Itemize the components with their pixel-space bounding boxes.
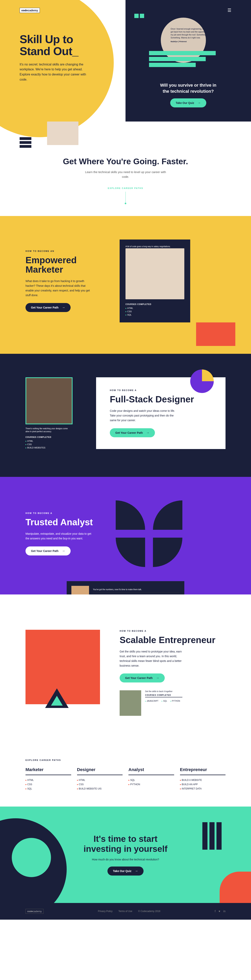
analyst-photo [71, 586, 89, 595]
hero-title: Skill Up to Stand Out_ [19, 33, 106, 57]
red-block-decor [196, 323, 235, 346]
footer-links: Privacy Policy Terms of Use © Codecademy… [98, 910, 160, 913]
brand-logo[interactable]: codecademy [19, 8, 40, 13]
path-item: INTERPRET DATA [180, 786, 226, 791]
arrow-right-icon: → [146, 431, 149, 434]
dot-decor [125, 203, 126, 204]
path-col-analyst[interactable]: Analyst SQLPYTHON [128, 767, 174, 791]
red-corner-decor [220, 872, 251, 903]
path-item: BUILD WEBSITE UIS [77, 786, 123, 791]
final-title: It's time to start investing in yourself [75, 834, 176, 854]
entrep-mini-caption: Get the skills to back it together [145, 690, 182, 692]
course-item: PYTHON [170, 700, 180, 702]
path-title: Analyst [128, 767, 174, 775]
analyst-eyebrow: HOW TO BECOME A [26, 512, 100, 514]
footer: codecademy Privacy Policy Terms of Use ©… [0, 903, 251, 920]
linkedin-icon[interactable]: in [223, 910, 225, 913]
footer-copyright: © Codecademy 2018 [138, 910, 160, 913]
marketer-caption: A bit of code goes a long way in salary … [126, 245, 184, 248]
triangle-inner-decor [51, 696, 63, 706]
footer-logo[interactable]: codecademy [26, 909, 43, 914]
heart-icon[interactable]: ♥ [219, 910, 220, 913]
hero-bars-decor [19, 137, 31, 149]
entrep-desc: Get the skills you need to prototype you… [120, 649, 186, 668]
designer-panel: HOW TO BECOME A Full-Stack Designer Code… [96, 377, 225, 449]
take-quiz-button[interactable]: Take Our Quiz→ [170, 99, 206, 107]
course-item: HTML [26, 439, 80, 443]
marketer-eyebrow: HOW TO BECOME AN [26, 250, 100, 252]
course-item: SQL [161, 700, 167, 702]
designer-desc: Code your designs and watch your ideas c… [110, 409, 176, 423]
entrep-mini-card: Get the skills to back it together COURS… [120, 690, 225, 716]
path-col-marketer[interactable]: Marketer HTMLCSSSQL [26, 767, 71, 791]
analyst-desc: Manipulate, extrapolate, and visualize y… [26, 531, 92, 541]
course-item: CSS [26, 443, 80, 446]
arrow-right-icon: → [198, 101, 201, 105]
path-col-entrepreneur[interactable]: Entrepreneur BUILD A WEBSITEBUILD AN APP… [180, 767, 226, 791]
marketer-cta-button[interactable]: Get Your Career Path→ [26, 303, 70, 312]
footer-link[interactable]: Privacy Policy [98, 910, 113, 913]
hero-quote-bars [149, 51, 216, 68]
entrep-photo [120, 690, 141, 716]
marketer-photo [126, 248, 184, 299]
path-title: Entrepreneur [180, 767, 226, 775]
analyst-card: You've got the numbers, now it's time to… [67, 581, 184, 595]
hero-cta: Will you survive or thrive in the techni… [126, 82, 251, 107]
footer-social: f ♥ in [215, 910, 225, 913]
getwhere-desc: Learn the technical skills you need to l… [84, 170, 167, 179]
hamburger-icon[interactable]: ☰ [227, 8, 232, 13]
path-title: Marketer [26, 767, 71, 775]
courses-label: COURSES COMPLETED [93, 592, 180, 595]
courses-label: COURSES COMPLETED [145, 694, 182, 697]
analyst-title: Trusted Analyst [26, 517, 100, 527]
marketer-courses: HTML CSS SQL [126, 307, 184, 317]
hero-desc: It's no secret: technical skills are cha… [19, 62, 90, 82]
arrow-right-icon: → [62, 549, 65, 553]
final-desc: How much do you know about the technical… [0, 858, 251, 861]
paths-section: EXPLORE CAREER PATHS Marketer HTMLCSSSQL… [0, 743, 251, 807]
explore-link[interactable]: EXPLORE CAREER PATHS [0, 187, 251, 189]
marketer-desc: What does it take to go from hacking it … [26, 279, 92, 298]
hero-dots [134, 14, 144, 18]
marketer-title: Empowered Marketer [26, 255, 100, 274]
course-item: BUILD WEBSITES [26, 446, 80, 449]
path-item: BUILD AN APP [180, 782, 226, 786]
arrow-right-icon: → [156, 676, 159, 680]
paths-grid: Marketer HTMLCSSSQL Designer HTMLCSSBUIL… [26, 767, 225, 791]
course-item: JAVASCRIPT [145, 700, 158, 702]
pie-chart-decor [190, 369, 214, 393]
designer-courses: HTML CSS BUILD WEBSITES [26, 439, 80, 449]
designer-title: Full-Stack Designer [110, 395, 212, 404]
footer-link[interactable]: Terms of Use [118, 910, 133, 913]
course-item: HTML [126, 307, 184, 310]
hero-cta-head: Will you survive or thrive in the techni… [157, 82, 220, 94]
path-item: SQL [128, 778, 174, 782]
arrow-right-icon: → [62, 306, 65, 309]
entrep-cta-button[interactable]: Get Your Career Path→ [120, 673, 165, 682]
arrow-right-icon: → [135, 869, 138, 873]
paths-label: EXPLORE CAREER PATHS [26, 759, 225, 761]
getwhere-section: Get Where You're Going. Faster. Learn th… [0, 141, 251, 216]
entrep-eyebrow: HOW TO BECOME A [120, 630, 225, 632]
hero-quote: Once I learned enough engineering, the r… [171, 27, 214, 43]
facebook-icon[interactable]: f [215, 910, 216, 913]
marketer-card: A bit of code goes a long way in salary … [120, 240, 190, 323]
hero-text: Skill Up to Stand Out_ It's no secret: t… [19, 33, 106, 82]
path-col-designer[interactable]: Designer HTMLCSSBUILD WEBSITE UIS [77, 767, 123, 791]
entrepreneur-section: HOW TO BECOME A Scalable Entrepreneur Ge… [0, 595, 251, 743]
getwhere-title: Get Where You're Going. Faster. [0, 157, 251, 166]
analyst-cta-button[interactable]: Get Your Career Path→ [26, 546, 70, 555]
designer-cta-button[interactable]: Get Your Career Path→ [110, 428, 155, 437]
path-title: Designer [77, 767, 123, 775]
final-quiz-button[interactable]: Take Our Quiz→ [107, 867, 144, 875]
hero-small-photo [47, 121, 78, 145]
path-item: SQL [26, 786, 71, 791]
path-item: BUILD A WEBSITE [180, 778, 226, 782]
entrep-courses: JAVASCRIPT SQL PYTHON [145, 699, 182, 702]
entrep-title: Scalable Entrepreneur [120, 635, 225, 644]
path-item: PYTHON [128, 782, 174, 786]
path-item: CSS [26, 782, 71, 786]
course-item: CSS [126, 310, 184, 313]
course-item: SQL [126, 313, 184, 317]
designer-section: There's nothing like watching your desig… [0, 354, 251, 477]
